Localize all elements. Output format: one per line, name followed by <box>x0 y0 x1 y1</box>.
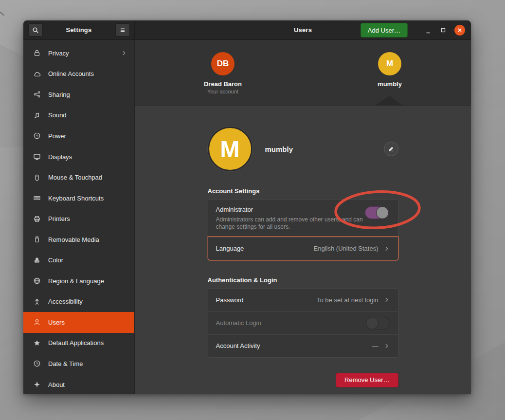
window-controls <box>424 25 465 36</box>
sidebar-item-label: Online Accounts <box>48 70 127 77</box>
sidebar-item-label: Mouse & Touchpad <box>48 174 127 181</box>
chevron-right-icon <box>121 50 127 56</box>
account-activity-value: — <box>372 342 379 349</box>
person-icon <box>33 318 41 326</box>
sidebar-item-label: Color <box>48 256 127 264</box>
sidebar-item-label: Default Applications <box>48 339 127 347</box>
sidebar-item-about[interactable]: About <box>23 374 134 394</box>
clock-icon <box>33 360 41 367</box>
page-title: Users <box>135 26 471 34</box>
sidebar-item-date-time[interactable]: Date & Time <box>23 353 134 374</box>
remove-user-button[interactable]: Remove User… <box>336 373 398 387</box>
music-note-icon <box>33 111 41 119</box>
sidebar-item-power[interactable]: Power <box>23 126 134 146</box>
share-icon <box>33 91 41 98</box>
mouse-icon <box>33 174 41 182</box>
password-value: To be set at next login <box>317 296 378 304</box>
sidebar-item-label: Date & Time <box>48 360 127 367</box>
language-value: English (United States) <box>314 245 379 252</box>
search-button[interactable] <box>28 23 43 37</box>
minimize-button[interactable] <box>424 26 432 34</box>
power-icon <box>33 132 41 140</box>
avatar: M <box>378 52 401 75</box>
headerbar: Settings Users Add User… <box>23 20 471 40</box>
administrator-description: Administrators can add and remove other … <box>216 216 366 231</box>
sidebar-item-printers[interactable]: Printers <box>23 208 134 229</box>
sidebar-item-sharing[interactable]: Sharing <box>23 84 134 105</box>
sidebar-item-label: Removable Media <box>48 236 127 243</box>
sidebar-item-online-accounts[interactable]: Online Accounts <box>23 64 134 85</box>
lock-icon <box>33 49 41 57</box>
accessibility-icon <box>33 298 41 306</box>
sidebar-item-label: Accessibility <box>48 298 127 305</box>
sidebar-item-region-language[interactable]: Region & Language <box>23 271 134 292</box>
language-label: Language <box>216 245 244 252</box>
sidebar-item-displays[interactable]: Displays <box>23 146 134 167</box>
account-subtitle: Your account <box>184 89 262 94</box>
sidebar-item-sound[interactable]: Sound <box>23 105 134 126</box>
maximize-icon <box>440 27 446 33</box>
toggle-knob <box>366 317 379 329</box>
sidebar-item-default-applications[interactable]: Default Applications <box>23 333 134 354</box>
authentication-login-card: Password To be set at next login Automat… <box>208 288 398 358</box>
sidebar-item-privacy[interactable]: Privacy <box>23 43 134 64</box>
sidebar-item-label: Users <box>48 319 127 326</box>
chevron-right-icon <box>383 245 390 252</box>
chevron-right-icon <box>383 296 390 303</box>
sidebar-item-label: Region & Language <box>48 277 127 285</box>
sidebar-item-label: Sound <box>48 111 127 119</box>
color-icon <box>33 256 41 264</box>
administrator-label: Administrator <box>216 206 390 213</box>
hamburger-menu-icon <box>119 26 126 34</box>
close-button[interactable] <box>454 25 465 36</box>
add-user-button[interactable]: Add User… <box>361 23 408 37</box>
sidebar: Privacy Online Accounts Sharing Sound Po… <box>23 40 135 394</box>
sidebar-item-label: Keyboard Shortcuts <box>48 195 127 202</box>
keyboard-icon <box>33 194 41 202</box>
removable-media-icon <box>33 236 41 243</box>
automatic-login-row: Automatic Login <box>208 311 398 334</box>
sidebar-item-removable-media[interactable]: Removable Media <box>23 229 134 250</box>
headerbar-right: Users Add User… <box>135 20 471 39</box>
pencil-icon <box>388 146 395 152</box>
users-panel: DB Dread Baron Your account M mumbly M m… <box>135 40 471 394</box>
globe-icon <box>33 277 41 285</box>
sidebar-item-label: Power <box>48 132 127 140</box>
language-row[interactable]: Language English (United States) <box>208 237 398 260</box>
sidebar-item-label: About <box>48 381 127 388</box>
toggle-knob <box>376 206 389 219</box>
sidebar-item-mouse-touchpad[interactable]: Mouse & Touchpad <box>23 167 134 188</box>
automatic-login-toggle[interactable] <box>366 317 390 329</box>
user-avatar[interactable]: M <box>208 127 252 171</box>
star-icon <box>33 339 41 347</box>
account-activity-row[interactable]: Account Activity — <box>208 334 398 357</box>
account-chip-mumbly[interactable]: M mumbly <box>351 52 429 88</box>
account-settings-card: Administrator Administrators can add and… <box>208 199 398 260</box>
sidebar-item-users[interactable]: Users <box>23 312 134 333</box>
administrator-toggle[interactable] <box>365 206 389 219</box>
username: mumbly <box>265 145 293 153</box>
administrator-row: Administrator Administrators can add and… <box>208 200 398 237</box>
close-icon <box>457 27 463 33</box>
selected-account-pointer <box>376 97 402 106</box>
maximize-button[interactable] <box>439 26 447 34</box>
sidebar-item-label: Displays <box>48 153 127 161</box>
headerbar-left: Settings <box>23 20 135 39</box>
sidebar-item-accessibility[interactable]: Accessibility <box>23 292 134 312</box>
edit-name-button[interactable] <box>384 142 398 156</box>
password-row[interactable]: Password To be set at next login <box>208 289 398 311</box>
account-name: mumbly <box>351 80 429 88</box>
user-switcher-strip: DB Dread Baron Your account M mumbly <box>135 40 471 106</box>
sidebar-item-color[interactable]: Color <box>23 250 134 271</box>
printer-icon <box>33 215 41 223</box>
account-chip-dread-baron[interactable]: DB Dread Baron Your account <box>184 52 262 94</box>
sidebar-item-keyboard-shortcuts[interactable]: Keyboard Shortcuts <box>23 188 134 209</box>
cloud-icon <box>33 70 41 78</box>
avatar: DB <box>211 52 234 75</box>
settings-window: Settings Users Add User… <box>23 20 471 394</box>
account-activity-label: Account Activity <box>216 342 260 349</box>
wallpaper-scratch <box>0 12 4 16</box>
menu-button[interactable] <box>115 23 130 37</box>
sparkle-icon <box>33 381 41 388</box>
section-heading-authentication-login: Authentication & Login <box>208 276 398 284</box>
